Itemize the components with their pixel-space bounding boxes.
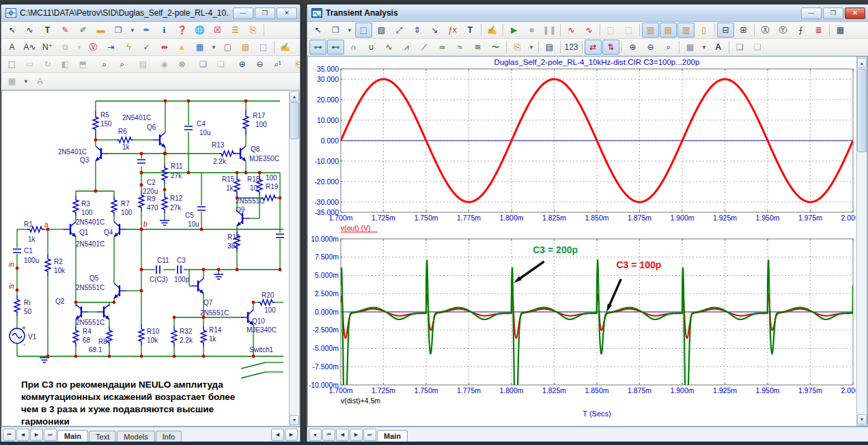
tab-nav-button-2[interactable]: ◀ [336, 429, 349, 441]
power-toggle[interactable]: ϟ [120, 40, 137, 55]
font-button[interactable]: A [31, 74, 48, 89]
text-tool[interactable]: T [462, 23, 479, 38]
text-tool[interactable]: T [39, 23, 56, 38]
tab-nav-button-0[interactable]: ⏮ [3, 429, 16, 441]
translate-button[interactable]: ⎘ [244, 23, 262, 38]
panel-stripes-1-button[interactable]: ▥ [642, 23, 659, 38]
info-button[interactable]: ℹ [156, 23, 173, 38]
zoom-100-button[interactable]: ⌕ [660, 40, 677, 55]
tag-point-button[interactable]: ↘ [426, 23, 443, 38]
x-axis-button[interactable]: Ⓧ [757, 23, 774, 38]
components-dropdown[interactable]: ▼ [345, 23, 354, 38]
cursor-scale-button[interactable]: ⤢ [391, 23, 408, 38]
scale-window-button[interactable]: ▧ [373, 23, 390, 38]
bus-tool[interactable]: ▬ [92, 23, 109, 38]
grid-dots-button[interactable]: ▦ [3, 74, 20, 89]
plot-area[interactable]: Duglas_Self_2-pole_RL-4_10kHz-dist.CIR C… [308, 57, 856, 426]
component-tool[interactable]: ❒ [110, 23, 127, 38]
tab-main[interactable]: Main [57, 430, 88, 442]
select-tool[interactable]: ↖ [3, 23, 20, 38]
paste-button[interactable]: ⎘ [509, 40, 526, 55]
plot-vscrollbar[interactable]: ▲ ▼ [856, 57, 867, 426]
border-button[interactable]: ▢ [219, 40, 236, 55]
paste-dropdown[interactable]: ▼ [527, 40, 536, 55]
font-button[interactable]: A [710, 40, 727, 55]
series-expression-label[interactable]: v(dist)+4.5m [341, 397, 380, 405]
tab-nav-button-0[interactable]: ▼ [309, 429, 322, 441]
scroll-up-button[interactable]: ▲ [857, 58, 867, 68]
numeric-output-button[interactable]: 123 [563, 40, 580, 55]
zoom-in-button[interactable]: ⊕ [234, 57, 251, 72]
scroll-down-button[interactable]: ▼ [857, 414, 867, 425]
auto-scale-y-button[interactable]: ⇅ [602, 40, 619, 55]
cursor-y-button[interactable]: ⇕ [408, 23, 425, 38]
web-button[interactable]: 🌐 [191, 23, 208, 38]
wave-peaks-button[interactable]: ⩘ [398, 40, 415, 55]
y-axis-button[interactable]: Ⓨ [774, 23, 792, 38]
wave-family2-button[interactable]: 〜 [487, 40, 504, 55]
delete-curve-button[interactable]: ∿ [580, 23, 598, 38]
wave-horizontal-button[interactable]: ⊶ [309, 40, 326, 55]
tab-nav-button-1[interactable]: ⏮ [322, 429, 335, 441]
tab-scroll-button-1[interactable]: ▶ [285, 429, 298, 441]
wave-overlay-button[interactable]: ≈ [451, 40, 468, 55]
restore-button[interactable]: ❐ [255, 8, 275, 19]
schematic-canvas[interactable]: R51502N5401CQ6R61kC410uR171002N5401CQ3R1… [1, 90, 289, 427]
zoom-in-button[interactable]: ⊕ [624, 40, 641, 55]
formula-button[interactable]: ƒx [444, 23, 461, 38]
graphics-pencil-tool[interactable]: ✎ [57, 23, 74, 38]
rows-button[interactable]: ☰ [227, 23, 244, 38]
panel-stripes-3-button[interactable]: ▥ [677, 23, 695, 38]
run-button[interactable]: ▶ [505, 23, 522, 38]
tab-nav-button-1[interactable]: ◀ [16, 429, 29, 441]
panel-stripes-4-button[interactable]: ▯ [695, 23, 712, 38]
scroll-up-button[interactable]: ▲ [290, 91, 299, 102]
scroll-down-button[interactable]: ▼ [290, 415, 299, 425]
find-repeat-button[interactable]: ⌕ [113, 57, 130, 72]
auto-scale-x-button[interactable]: ⇄ [585, 40, 602, 55]
single-plot-button[interactable]: ⊟ [717, 23, 734, 38]
crosshair-button[interactable]: ⊞ [735, 23, 752, 38]
zoom-out-button[interactable]: ⊖ [642, 40, 659, 55]
zoom-window-button[interactable]: ⬚ [355, 23, 372, 38]
scroll-thumb[interactable] [290, 102, 299, 139]
analysis-window-titlebar[interactable]: Transient Analysis —❐✕ [307, 5, 868, 22]
warning-toggle[interactable]: ▲ [173, 40, 191, 55]
select-area-button[interactable]: ⬚ [255, 40, 272, 55]
minimize-button[interactable]: — [801, 8, 822, 19]
title-block-button[interactable]: ▤ [237, 40, 254, 55]
wave-sine-button[interactable]: ∿ [380, 40, 397, 55]
minimize-button[interactable]: — [233, 8, 253, 19]
panel-stripes-2-button[interactable]: ▤ [660, 23, 677, 38]
select-region-button[interactable]: ⬚ [602, 23, 619, 38]
tab-text[interactable]: Text [89, 431, 116, 442]
flag-tool[interactable]: ✐ [74, 23, 92, 38]
extend-region-button[interactable]: ⬚ [620, 23, 637, 38]
grid-toggle[interactable]: ▦ [191, 40, 208, 55]
lines-button[interactable]: ≣ [810, 23, 827, 38]
scroll-thumb[interactable] [857, 69, 867, 152]
attribute-text-toggle[interactable]: A [3, 40, 20, 55]
wave-family-button[interactable]: ≋ [469, 40, 486, 55]
fx-button[interactable]: ⨍ [792, 23, 809, 38]
tab-nav-button-2[interactable]: ▶ [30, 429, 43, 441]
zoom-100-button[interactable]: ⌕¹ [269, 57, 286, 72]
properties-button[interactable]: ✍ [484, 23, 501, 38]
wave-cross-button[interactable]: ≃ [434, 40, 451, 55]
tab-nav-button-3[interactable]: ⏭ [44, 429, 57, 441]
model-check-button[interactable]: ☒ [209, 23, 226, 38]
to-front-button[interactable]: ❏ [195, 57, 212, 72]
current-toggle[interactable]: ⇥ [102, 40, 120, 55]
wave-ramp-button[interactable]: ⟋ [416, 40, 433, 55]
wave-bell-button[interactable]: ∩ [345, 40, 362, 55]
tab-info[interactable]: Info [156, 431, 182, 442]
components-button[interactable]: ❒ [327, 23, 344, 38]
probe-tool[interactable]: ✒ [138, 23, 155, 38]
schematic-window-titlebar[interactable]: C:\MC11\DATA\Petrov\SID\Duglas_Self_2-po… [1, 5, 300, 22]
help-button[interactable]: ❓ [173, 23, 191, 38]
close-button[interactable]: ✕ [277, 8, 297, 19]
find-button[interactable]: ⌕ [96, 57, 113, 72]
wave-well-button[interactable]: ∪ [363, 40, 380, 55]
tab-nav-button-3[interactable]: ▶ [350, 429, 363, 441]
select-all-button[interactable]: ⬚ [3, 57, 20, 72]
